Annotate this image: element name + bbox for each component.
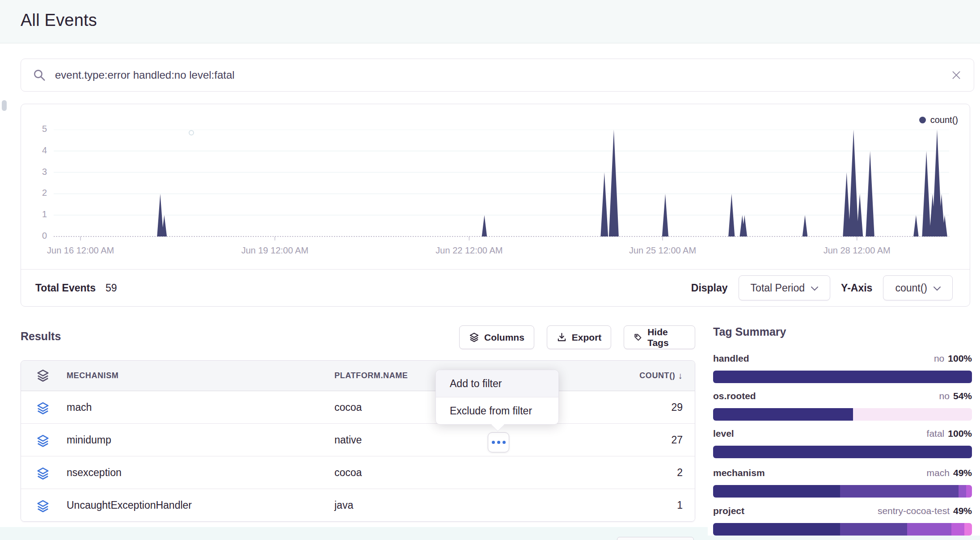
page-bottom-background [708,536,980,540]
x-axis-label: Jun 28 12:00 AM [824,245,891,256]
display-dropdown[interactable]: Total Period [739,275,830,300]
display-label: Display [691,282,728,294]
edit-columns-icon[interactable] [36,369,50,382]
yaxis-label: Y-Axis [841,282,872,294]
table-row: nsexception cocoa 2 [21,456,695,489]
y-axis-label: 3 [22,167,47,177]
search-bar[interactable]: event.type:error handled:no level:fatal [21,59,974,92]
tag-summary-panel: Tag Summary handled no100% os.rooted no5… [713,325,972,338]
y-axis-label: 4 [22,145,47,156]
page-bottom-background [0,527,708,540]
tag-name: mechanism [713,468,765,478]
yaxis-dropdown[interactable]: count() [883,275,953,300]
count-header-label: COUNT() [639,371,675,380]
tag-entry-project: project sentry-cocoa-test49% [713,506,972,520]
tag-name: handled [713,353,749,364]
column-header-platform[interactable]: PLATFORM.NAME [334,371,408,380]
x-axis-label: Jun 25 12:00 AM [629,245,696,256]
search-input[interactable]: event.type:error handled:no level:fatal [55,69,950,81]
y-axis-label: 5 [22,124,47,134]
clear-search-icon[interactable] [950,69,962,81]
tag-bar-segment [713,408,853,421]
cell-count: 2 [677,467,683,479]
y-axis-label: 2 [22,188,47,198]
results-table: MECHANISM PLATFORM.NAME COUNT() ↓ mach c… [21,360,695,522]
total-events-value: 59 [106,282,117,294]
tag-distribution-bar[interactable] [713,485,972,498]
export-button[interactable]: Export [547,325,612,349]
tag-icon [634,332,642,342]
tag-entry-os-rooted: os.rooted no54% [713,391,972,405]
tag-top-value: mach49% [927,468,972,478]
tag-bar-segment [713,523,840,536]
table-row: UncaughtExceptionHandler java 1 [21,489,695,522]
cell-count: 27 [671,434,683,446]
cell-actions-menu: Add to filter Exclude from filter [435,370,559,425]
column-header-count[interactable]: COUNT() ↓ [639,371,683,381]
chevron-down-icon [811,287,818,291]
cell-platform: cocoa [334,401,362,413]
ellipsis-icon [492,441,495,444]
events-chart-panel: count() 543210 Jun 16 12:00 AMJun 19 12:… [21,104,970,307]
x-axis-label: Jun 16 12:00 AM [47,245,114,256]
cell-platform: cocoa [334,467,362,479]
stack-icon [469,332,479,342]
legend-label: count() [930,115,958,125]
legend-dot [919,117,926,123]
hover-point-marker [189,131,194,135]
columns-button[interactable]: Columns [459,325,534,349]
tag-bar-segment [964,523,972,536]
display-dropdown-value: Total Period [751,282,805,294]
cell-platform: java [334,499,353,511]
y-axis-label: 1 [22,209,47,219]
cell-mechanism: nsexception [67,467,122,479]
tag-bar-segment [840,523,908,536]
tag-distribution-bar[interactable] [713,408,972,421]
tag-bar-segment [853,408,972,421]
tag-name: os.rooted [713,391,756,401]
menu-item-add-to-filter[interactable]: Add to filter [436,370,558,397]
cell-count: 1 [677,499,683,511]
chart-series-svg [54,130,949,242]
cell-platform: native [334,434,362,446]
chart-legend: count() [919,115,958,125]
tag-bar-segment [959,485,966,498]
column-header-mechanism[interactable]: MECHANISM [67,371,118,380]
tag-summary-heading: Tag Summary [713,325,972,338]
table-header-row: MECHANISM PLATFORM.NAME COUNT() ↓ [21,361,695,391]
tag-entry-mechanism: mechanism mach49% [713,468,972,482]
pagination-buttons[interactable] [617,537,694,540]
page-title: All Events [21,11,97,30]
stack-icon [36,434,50,447]
row-actions-button[interactable] [488,432,509,452]
chart-footer: Total Events 59 Display Total Period Y-A… [21,269,970,306]
tag-name: level [713,428,734,439]
tag-distribution-bar[interactable] [713,523,972,536]
tag-entry-level: level fatal100% [713,428,972,443]
search-icon [33,68,46,82]
cell-count: 29 [671,401,683,413]
results-heading: Results [21,330,61,343]
tag-distribution-bar[interactable] [713,446,972,458]
tag-entry-handled: handled no100% [713,353,972,367]
hide-tags-button[interactable]: Hide Tags [624,325,695,349]
sort-desc-arrow-icon: ↓ [678,371,683,381]
tag-bar-segment [966,485,972,498]
total-events-label: Total Events [35,282,96,294]
cell-mechanism: mach [67,401,92,413]
tag-bar-segment [907,523,951,536]
tag-distribution-bar[interactable] [713,371,972,383]
ellipsis-icon [497,441,500,444]
download-icon [557,332,567,342]
scroll-thumb[interactable] [2,100,7,111]
tag-bar-segment [713,371,972,383]
stack-icon [36,401,50,415]
columns-button-label: Columns [484,332,524,343]
yaxis-dropdown-value: count() [895,282,927,294]
tag-bar-segment [951,523,964,536]
tag-top-value: fatal100% [927,428,972,439]
results-actions: Columns Export Hide Tags [459,325,695,349]
tag-bar-segment [713,485,840,498]
y-axis-label: 0 [22,231,47,241]
hide-tags-button-label: Hide Tags [647,327,685,348]
